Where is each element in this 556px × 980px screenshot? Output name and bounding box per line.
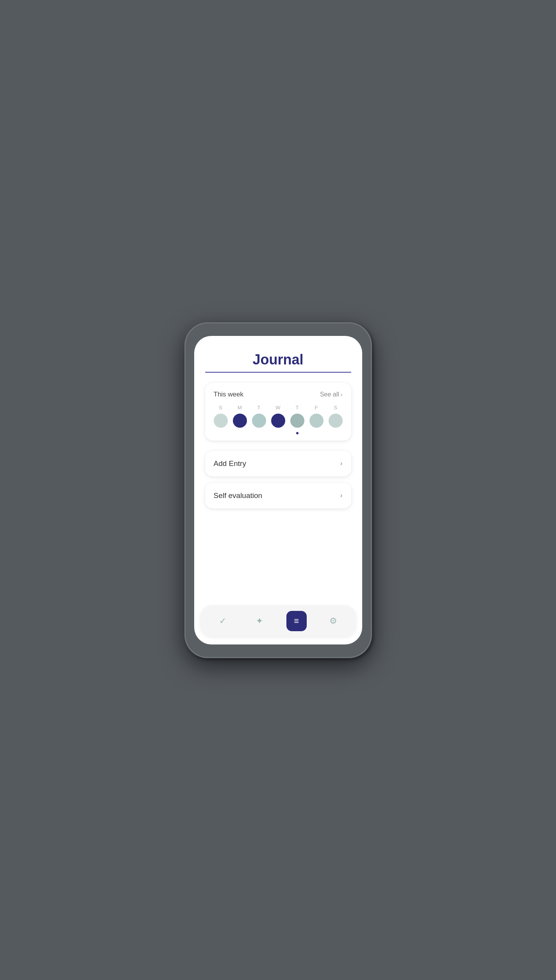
add-entry-card[interactable]: Add Entry ›	[205, 451, 351, 477]
day-letter-f: F	[315, 405, 318, 411]
day-col-sunday: S	[214, 405, 228, 428]
day-dot-sunday[interactable]	[214, 414, 228, 428]
nav-item-tasks[interactable]	[213, 611, 233, 631]
day-letter-w: W	[275, 405, 280, 411]
flex-spacer	[205, 515, 351, 598]
page-title: Journal	[205, 352, 351, 368]
day-dot-saturday[interactable]	[329, 414, 343, 428]
week-header: This week See all ›	[214, 391, 343, 398]
day-dot-tuesday[interactable]	[252, 414, 266, 428]
day-dot-friday[interactable]	[309, 414, 324, 428]
day-dot-thursday[interactable]	[290, 414, 304, 428]
day-col-tuesday: T	[252, 405, 266, 428]
nav-item-journal[interactable]	[286, 611, 307, 631]
week-card: This week See all › S M	[205, 383, 351, 441]
day-letter-s1: S	[219, 405, 222, 411]
day-col-monday: M	[233, 405, 247, 428]
self-evaluation-chevron-icon: ›	[340, 491, 343, 500]
days-row: S M T W	[214, 405, 343, 434]
day-col-saturday: S	[329, 405, 343, 428]
day-col-wednesday: W	[271, 405, 285, 428]
current-day-indicator	[296, 432, 299, 434]
see-all-button[interactable]: See all ›	[320, 391, 343, 398]
nav-item-settings[interactable]	[323, 611, 343, 631]
menu-icon	[294, 616, 299, 626]
add-entry-chevron-icon: ›	[340, 459, 343, 468]
phone-screen: Journal This week See all › S	[194, 336, 362, 644]
nav-item-explore[interactable]	[249, 611, 270, 631]
day-letter-s2: S	[334, 405, 337, 411]
day-dot-wednesday[interactable]	[271, 414, 285, 428]
self-evaluation-label: Self evaluation	[214, 491, 263, 500]
title-divider	[205, 372, 351, 373]
self-evaluation-card[interactable]: Self evaluation ›	[205, 483, 351, 509]
add-entry-label: Add Entry	[214, 459, 246, 468]
day-col-thursday: T	[290, 405, 304, 434]
check-icon	[219, 616, 226, 626]
day-letter-t1: T	[257, 405, 261, 411]
day-col-friday: F	[309, 405, 324, 428]
day-letter-t2: T	[296, 405, 299, 411]
day-letter-m: M	[238, 405, 242, 411]
see-all-text: See all	[320, 391, 339, 398]
week-label: This week	[214, 391, 244, 398]
screen-content: Journal This week See all › S	[194, 336, 362, 605]
see-all-chevron-icon: ›	[341, 391, 343, 398]
spacer1	[205, 447, 351, 451]
bottom-navigation	[200, 605, 356, 637]
day-dot-monday[interactable]	[233, 414, 247, 428]
compass-icon	[256, 616, 263, 626]
phone-device: Journal This week See all › S	[184, 322, 372, 658]
gear-icon	[329, 616, 337, 626]
